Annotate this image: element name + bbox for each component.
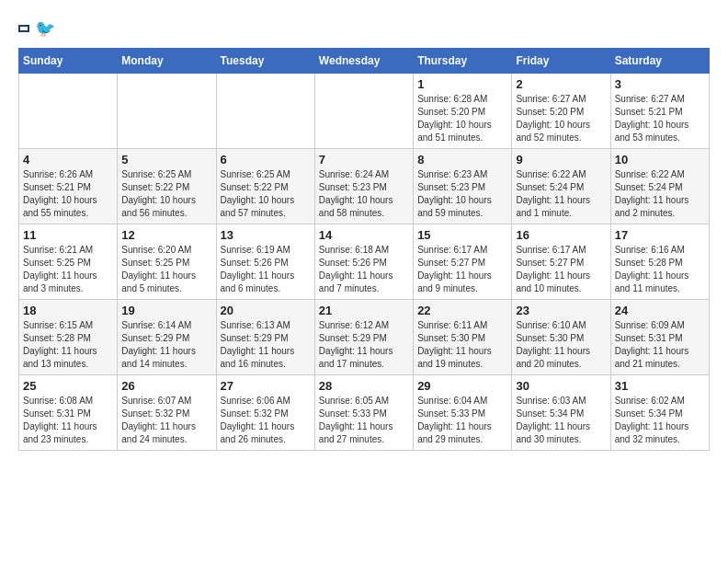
day-info: Sunrise: 6:17 AM Sunset: 5:27 PM Dayligh… bbox=[516, 244, 606, 295]
day-cell: 5Sunrise: 6:25 AM Sunset: 5:22 PM Daylig… bbox=[118, 149, 216, 224]
day-info: Sunrise: 6:05 AM Sunset: 5:33 PM Dayligh… bbox=[319, 395, 409, 446]
day-number: 10 bbox=[615, 153, 705, 167]
day-number: 3 bbox=[615, 77, 705, 91]
header-row: SundayMondayTuesdayWednesdayThursdayFrid… bbox=[19, 49, 710, 74]
day-number: 16 bbox=[516, 228, 606, 242]
day-info: Sunrise: 6:09 AM Sunset: 5:31 PM Dayligh… bbox=[615, 319, 705, 371]
day-cell: 14Sunrise: 6:18 AM Sunset: 5:26 PM Dayli… bbox=[314, 224, 413, 300]
day-cell: 29Sunrise: 6:04 AM Sunset: 5:33 PM Dayli… bbox=[414, 375, 512, 451]
day-cell: 23Sunrise: 6:10 AM Sunset: 5:30 PM Dayli… bbox=[512, 300, 610, 375]
day-number: 27 bbox=[221, 379, 311, 393]
day-info: Sunrise: 6:21 AM Sunset: 5:25 PM Dayligh… bbox=[23, 244, 113, 295]
day-info: Sunrise: 6:17 AM Sunset: 5:27 PM Dayligh… bbox=[417, 244, 507, 295]
day-info: Sunrise: 6:19 AM Sunset: 5:26 PM Dayligh… bbox=[221, 244, 311, 295]
header-cell-sunday: Sunday bbox=[19, 49, 118, 74]
day-number: 31 bbox=[615, 379, 705, 393]
day-cell: 2Sunrise: 6:27 AM Sunset: 5:20 PM Daylig… bbox=[512, 74, 610, 149]
day-number: 28 bbox=[319, 379, 409, 393]
day-cell: 24Sunrise: 6:09 AM Sunset: 5:31 PM Dayli… bbox=[610, 300, 709, 375]
day-number: 21 bbox=[319, 304, 409, 317]
day-cell: 22Sunrise: 6:11 AM Sunset: 5:30 PM Dayli… bbox=[414, 300, 512, 375]
day-info: Sunrise: 6:28 AM Sunset: 5:20 PM Dayligh… bbox=[417, 93, 507, 144]
day-info: Sunrise: 6:16 AM Sunset: 5:28 PM Dayligh… bbox=[615, 244, 705, 295]
day-cell: 25Sunrise: 6:08 AM Sunset: 5:31 PM Dayli… bbox=[19, 375, 118, 451]
week-row-4: 18Sunrise: 6:15 AM Sunset: 5:28 PM Dayli… bbox=[19, 300, 710, 375]
header-cell-saturday: Saturday bbox=[610, 49, 709, 74]
header-cell-thursday: Thursday bbox=[414, 49, 512, 74]
day-number: 11 bbox=[23, 228, 113, 242]
day-info: Sunrise: 6:25 AM Sunset: 5:22 PM Dayligh… bbox=[221, 168, 311, 220]
day-number: 22 bbox=[417, 304, 507, 317]
day-info: Sunrise: 6:14 AM Sunset: 5:29 PM Dayligh… bbox=[121, 319, 211, 371]
day-info: Sunrise: 6:26 AM Sunset: 5:21 PM Dayligh… bbox=[23, 168, 113, 220]
day-cell: 11Sunrise: 6:21 AM Sunset: 5:25 PM Dayli… bbox=[19, 224, 118, 300]
header-cell-monday: Monday bbox=[118, 49, 216, 74]
day-number: 26 bbox=[121, 379, 211, 393]
day-cell: 8Sunrise: 6:23 AM Sunset: 5:23 PM Daylig… bbox=[414, 149, 512, 224]
day-cell: 19Sunrise: 6:14 AM Sunset: 5:29 PM Dayli… bbox=[118, 300, 216, 375]
calendar-body: 1Sunrise: 6:28 AM Sunset: 5:20 PM Daylig… bbox=[19, 74, 710, 451]
day-cell: 6Sunrise: 6:25 AM Sunset: 5:22 PM Daylig… bbox=[216, 149, 314, 224]
bird-icon: 🐦 bbox=[35, 18, 55, 39]
day-cell: 9Sunrise: 6:22 AM Sunset: 5:24 PM Daylig… bbox=[512, 149, 610, 224]
day-cell: 16Sunrise: 6:17 AM Sunset: 5:27 PM Dayli… bbox=[512, 224, 610, 300]
day-number: 25 bbox=[23, 379, 113, 393]
day-info: Sunrise: 6:24 AM Sunset: 5:23 PM Dayligh… bbox=[319, 168, 409, 220]
day-cell: 13Sunrise: 6:19 AM Sunset: 5:26 PM Dayli… bbox=[216, 224, 314, 300]
day-number: 4 bbox=[23, 153, 113, 167]
day-number: 9 bbox=[516, 153, 606, 167]
day-info: Sunrise: 6:03 AM Sunset: 5:34 PM Dayligh… bbox=[516, 395, 606, 446]
day-number: 30 bbox=[516, 379, 606, 393]
day-info: Sunrise: 6:23 AM Sunset: 5:23 PM Dayligh… bbox=[417, 168, 507, 220]
day-cell: 26Sunrise: 6:07 AM Sunset: 5:32 PM Dayli… bbox=[118, 375, 216, 451]
day-info: Sunrise: 6:27 AM Sunset: 5:20 PM Dayligh… bbox=[516, 93, 606, 144]
day-info: Sunrise: 6:15 AM Sunset: 5:28 PM Dayligh… bbox=[23, 319, 113, 371]
day-number: 23 bbox=[516, 304, 606, 317]
day-info: Sunrise: 6:25 AM Sunset: 5:22 PM Dayligh… bbox=[121, 168, 211, 220]
day-info: Sunrise: 6:04 AM Sunset: 5:33 PM Dayligh… bbox=[417, 395, 507, 446]
day-cell: 7Sunrise: 6:24 AM Sunset: 5:23 PM Daylig… bbox=[314, 149, 413, 224]
week-row-3: 11Sunrise: 6:21 AM Sunset: 5:25 PM Dayli… bbox=[19, 224, 710, 300]
day-info: Sunrise: 6:18 AM Sunset: 5:26 PM Dayligh… bbox=[319, 244, 409, 295]
day-info: Sunrise: 6:07 AM Sunset: 5:32 PM Dayligh… bbox=[121, 395, 211, 446]
day-number: 29 bbox=[417, 379, 507, 393]
day-cell: 18Sunrise: 6:15 AM Sunset: 5:28 PM Dayli… bbox=[19, 300, 118, 375]
calendar-header: SundayMondayTuesdayWednesdayThursdayFrid… bbox=[19, 49, 710, 74]
day-number: 2 bbox=[516, 77, 606, 91]
day-cell: 30Sunrise: 6:03 AM Sunset: 5:34 PM Dayli… bbox=[512, 375, 610, 451]
day-cell: 20Sunrise: 6:13 AM Sunset: 5:29 PM Dayli… bbox=[216, 300, 314, 375]
day-cell bbox=[216, 74, 314, 149]
logo-box bbox=[18, 25, 29, 32]
day-number: 6 bbox=[221, 153, 311, 167]
day-cell: 10Sunrise: 6:22 AM Sunset: 5:24 PM Dayli… bbox=[610, 149, 709, 224]
day-number: 15 bbox=[417, 228, 507, 242]
day-number: 20 bbox=[221, 304, 311, 317]
day-cell: 27Sunrise: 6:06 AM Sunset: 5:32 PM Dayli… bbox=[216, 375, 314, 451]
day-number: 7 bbox=[319, 153, 409, 167]
day-number: 14 bbox=[319, 228, 409, 242]
day-number: 1 bbox=[417, 77, 507, 91]
logo: 🐦 bbox=[18, 18, 55, 39]
day-info: Sunrise: 6:20 AM Sunset: 5:25 PM Dayligh… bbox=[121, 244, 211, 295]
day-number: 24 bbox=[615, 304, 705, 317]
day-cell: 15Sunrise: 6:17 AM Sunset: 5:27 PM Dayli… bbox=[414, 224, 512, 300]
day-number: 17 bbox=[615, 228, 705, 242]
day-number: 18 bbox=[23, 304, 113, 317]
week-row-2: 4Sunrise: 6:26 AM Sunset: 5:21 PM Daylig… bbox=[19, 149, 710, 224]
day-cell: 17Sunrise: 6:16 AM Sunset: 5:28 PM Dayli… bbox=[610, 224, 709, 300]
day-info: Sunrise: 6:10 AM Sunset: 5:30 PM Dayligh… bbox=[516, 319, 606, 371]
day-cell: 3Sunrise: 6:27 AM Sunset: 5:21 PM Daylig… bbox=[610, 74, 709, 149]
day-info: Sunrise: 6:22 AM Sunset: 5:24 PM Dayligh… bbox=[615, 168, 705, 220]
day-info: Sunrise: 6:27 AM Sunset: 5:21 PM Dayligh… bbox=[615, 93, 705, 144]
day-number: 8 bbox=[417, 153, 507, 167]
day-info: Sunrise: 6:12 AM Sunset: 5:29 PM Dayligh… bbox=[319, 319, 409, 371]
day-cell: 1Sunrise: 6:28 AM Sunset: 5:20 PM Daylig… bbox=[414, 74, 512, 149]
calendar-table: SundayMondayTuesdayWednesdayThursdayFrid… bbox=[18, 48, 710, 451]
day-cell bbox=[19, 74, 118, 149]
day-info: Sunrise: 6:11 AM Sunset: 5:30 PM Dayligh… bbox=[417, 319, 507, 371]
header-cell-tuesday: Tuesday bbox=[216, 49, 314, 74]
header-cell-wednesday: Wednesday bbox=[314, 49, 413, 74]
header-cell-friday: Friday bbox=[512, 49, 610, 74]
day-info: Sunrise: 6:22 AM Sunset: 5:24 PM Dayligh… bbox=[516, 168, 606, 220]
day-info: Sunrise: 6:08 AM Sunset: 5:31 PM Dayligh… bbox=[23, 395, 113, 446]
